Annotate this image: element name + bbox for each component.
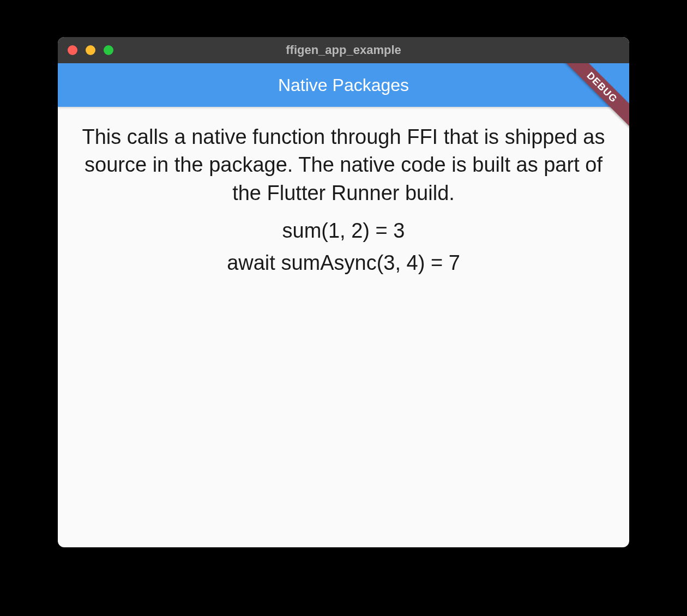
app-bar: Native Packages bbox=[58, 63, 629, 107]
maximize-button[interactable] bbox=[104, 45, 113, 55]
window-titlebar[interactable]: ffigen_app_example bbox=[58, 37, 629, 63]
application-window: ffigen_app_example Native Packages DEBUG… bbox=[58, 37, 629, 547]
app-bar-title: Native Packages bbox=[278, 75, 409, 95]
description-text: This calls a native function through FFI… bbox=[80, 123, 607, 207]
sum-result: sum(1, 2) = 3 bbox=[80, 219, 607, 243]
sum-async-result: await sumAsync(3, 4) = 7 bbox=[80, 251, 607, 275]
main-content: This calls a native function through FFI… bbox=[58, 107, 629, 300]
window-title: ffigen_app_example bbox=[58, 43, 629, 57]
minimize-button[interactable] bbox=[86, 45, 95, 55]
window-controls bbox=[58, 45, 113, 55]
close-button[interactable] bbox=[68, 45, 77, 55]
